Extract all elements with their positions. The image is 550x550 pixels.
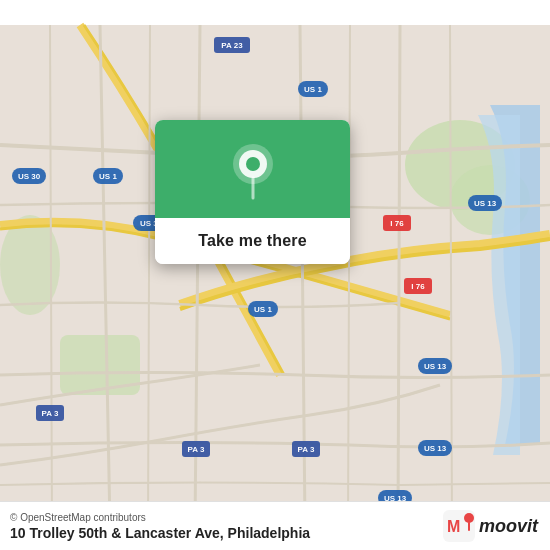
svg-text:US 1: US 1 bbox=[304, 85, 322, 94]
svg-text:US 13: US 13 bbox=[424, 444, 447, 453]
popup-card: Take me there bbox=[155, 120, 350, 264]
take-me-there-button[interactable]: Take me there bbox=[155, 218, 350, 264]
svg-text:I 76: I 76 bbox=[390, 219, 404, 228]
moovit-icon: M bbox=[443, 510, 475, 542]
popup-green-area bbox=[155, 120, 350, 218]
svg-text:US 30: US 30 bbox=[18, 172, 41, 181]
svg-point-37 bbox=[246, 157, 260, 171]
svg-text:M: M bbox=[447, 518, 460, 535]
svg-text:I 76: I 76 bbox=[411, 282, 425, 291]
bottom-bar: © OpenStreetMap contributors 10 Trolley … bbox=[0, 501, 550, 550]
moovit-text: moovit bbox=[479, 516, 538, 537]
svg-text:PA 3: PA 3 bbox=[298, 445, 315, 454]
osm-credit: © OpenStreetMap contributors bbox=[10, 512, 310, 523]
map-container: PA 23 US 1 US 1 US 30 US 30 I 76 US 13 I… bbox=[0, 0, 550, 550]
svg-text:PA 3: PA 3 bbox=[188, 445, 205, 454]
svg-text:US 13: US 13 bbox=[474, 199, 497, 208]
svg-text:PA 23: PA 23 bbox=[221, 41, 243, 50]
location-name: 10 Trolley 50th & Lancaster Ave, Philade… bbox=[10, 525, 310, 541]
svg-point-40 bbox=[464, 513, 474, 523]
svg-text:US 1: US 1 bbox=[254, 305, 272, 314]
moovit-logo: M moovit bbox=[443, 510, 538, 542]
svg-text:US 13: US 13 bbox=[424, 362, 447, 371]
svg-text:PA 3: PA 3 bbox=[42, 409, 59, 418]
location-pin-icon bbox=[228, 142, 278, 200]
svg-text:US 1: US 1 bbox=[99, 172, 117, 181]
bottom-left-info: © OpenStreetMap contributors 10 Trolley … bbox=[10, 512, 310, 541]
